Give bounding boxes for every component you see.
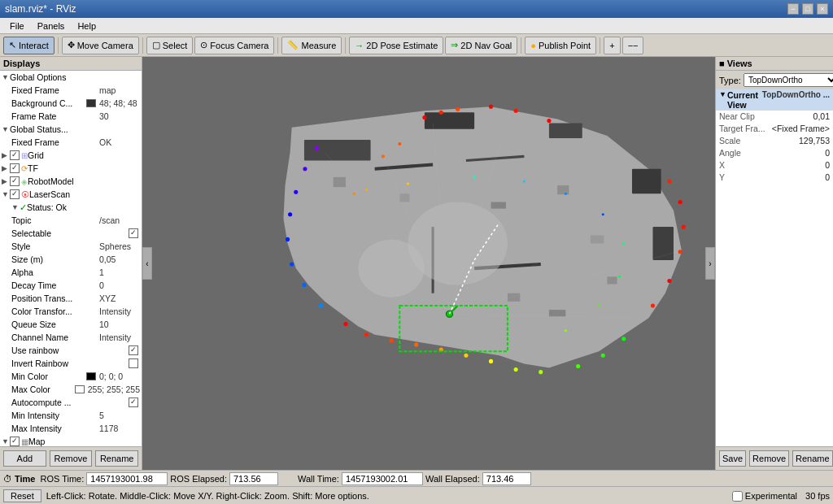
frame-rate-row[interactable]: Frame Rate 30 xyxy=(0,110,142,123)
svg-point-25 xyxy=(514,109,518,113)
fixed-frame-status-row[interactable]: Fixed Frame OK xyxy=(0,136,142,149)
laserscan-row[interactable]: ▼ ⦿ LaserScan xyxy=(0,188,142,201)
rename-display-button[interactable]: Rename xyxy=(95,450,138,467)
close-button[interactable]: × xyxy=(817,3,828,15)
maximize-button[interactable]: □ xyxy=(802,3,813,15)
rename-view-button[interactable]: Rename xyxy=(792,450,833,467)
fps-display: 30 fps xyxy=(805,491,830,501)
global-status-row[interactable]: ▼ Global Status... xyxy=(0,123,142,136)
svg-point-48 xyxy=(286,237,290,241)
tf-checkbox[interactable] xyxy=(10,163,20,173)
viewport[interactable]: ‹ › xyxy=(142,57,715,470)
menu-help[interactable]: Help xyxy=(71,20,102,33)
style-row[interactable]: Style Spheres xyxy=(0,240,142,253)
svg-point-23 xyxy=(456,107,460,111)
add-button[interactable]: Add xyxy=(3,450,46,467)
selectable-checkbox[interactable] xyxy=(129,228,138,238)
measure-button[interactable]: 📏 Measure xyxy=(281,37,342,54)
views-type-select[interactable]: TopDownOrtho Orbit FPS ThirdPersonFollow… xyxy=(744,73,833,87)
global-options-row[interactable]: ▼ Global Options xyxy=(0,71,142,84)
save-view-button[interactable]: Save xyxy=(719,450,746,467)
map-row[interactable]: ▼ ▦ Map xyxy=(0,435,142,446)
svg-rect-11 xyxy=(334,177,346,187)
color-transform-row[interactable]: Color Transfor... Intensity xyxy=(0,305,142,318)
laserscan-status-row[interactable]: ▼ ✓ Status: Ok xyxy=(0,201,142,214)
robotmodel-row[interactable]: ▶ ◈ RobotModel xyxy=(0,175,142,188)
svg-point-45 xyxy=(319,303,323,307)
autocompute-row[interactable]: Autocompute ... xyxy=(0,396,142,409)
focus-camera-button[interactable]: ⊙ Focus Camera xyxy=(194,37,274,54)
svg-point-24 xyxy=(489,105,493,109)
grid-icon: ⊞ xyxy=(21,151,28,160)
tf-row[interactable]: ▶ ⟳ TF xyxy=(0,162,142,175)
toolbar-sep-2 xyxy=(142,37,143,54)
experimental-check: Experimental xyxy=(732,491,797,502)
laserscan-checkbox[interactable] xyxy=(10,189,20,199)
pose-estimate-button[interactable]: → 2D Pose Estimate xyxy=(349,37,443,54)
menu-panels[interactable]: Panels xyxy=(31,20,72,33)
select-button[interactable]: ▢ Select xyxy=(146,37,194,54)
autocompute-checkbox[interactable] xyxy=(129,398,138,407)
more-tools-button[interactable]: −− xyxy=(622,37,644,54)
svg-point-21 xyxy=(422,115,426,119)
svg-rect-4 xyxy=(549,124,582,138)
max-intensity-row[interactable]: Max Intensity 1178 xyxy=(0,422,142,435)
size-row[interactable]: Size (m) 0,05 xyxy=(0,253,142,266)
decay-time-row[interactable]: Decay Time 0 xyxy=(0,279,142,292)
title-bar: slam.rviz* - RViz − □ × xyxy=(0,0,833,18)
background-color-row[interactable]: Background C... 48; 48; 48 xyxy=(0,97,142,110)
experimental-checkbox[interactable] xyxy=(732,491,743,502)
grid-checkbox[interactable] xyxy=(10,150,20,160)
ros-time-input[interactable] xyxy=(86,472,168,485)
experimental-label: Experimental xyxy=(745,491,797,501)
wall-time-input[interactable] xyxy=(342,472,423,485)
map-checkbox[interactable] xyxy=(10,437,20,446)
svg-point-72 xyxy=(523,180,526,182)
extra-tool-button[interactable]: + xyxy=(604,37,620,54)
grid-row[interactable]: ▶ ⊞ Grid xyxy=(0,149,142,162)
remove-display-button[interactable]: Remove xyxy=(50,450,93,467)
svg-rect-14 xyxy=(557,185,569,194)
remove-view-button[interactable]: Remove xyxy=(749,450,789,467)
current-view-section[interactable]: ▼ Current View TopDownOrtho ... xyxy=(716,89,833,111)
fixed-frame-row[interactable]: Fixed Frame map xyxy=(0,84,142,97)
publish-point-button[interactable]: ● Publish Point xyxy=(525,37,596,54)
min-intensity-row[interactable]: Min Intensity 5 xyxy=(0,409,142,422)
invert-rainbow-row[interactable]: Invert Rainbow xyxy=(0,357,142,370)
plus-icon: + xyxy=(609,41,614,50)
nav-goal-button[interactable]: ⇒ 2D Nav Goal xyxy=(445,37,517,54)
min-color-row[interactable]: Min Color 0; 0; 0 xyxy=(0,370,142,383)
menu-file[interactable]: File xyxy=(3,20,31,33)
interact-button[interactable]: ↖ Interact xyxy=(3,37,55,54)
use-rainbow-row[interactable]: Use rainbow xyxy=(0,344,142,357)
position-transform-row[interactable]: Position Trans... XYZ xyxy=(0,292,142,305)
left-collapse-arrow[interactable]: ‹ xyxy=(142,247,152,280)
displays-tree[interactable]: ▼ Global Options Fixed Frame map Backgro… xyxy=(0,71,142,446)
reset-button[interactable]: Reset xyxy=(3,489,41,502)
angle-row: Angle 0 xyxy=(716,147,833,159)
move-camera-button[interactable]: ✥ Move Camera xyxy=(62,37,139,54)
svg-point-30 xyxy=(678,250,683,254)
expand-icon: ▼ xyxy=(719,90,727,110)
queue-size-row[interactable]: Queue Size 10 xyxy=(0,318,142,331)
use-rainbow-checkbox[interactable] xyxy=(129,345,138,355)
svg-point-47 xyxy=(290,262,294,266)
alpha-row[interactable]: Alpha 1 xyxy=(0,266,142,279)
robotmodel-checkbox[interactable] xyxy=(10,176,20,186)
channel-name-row[interactable]: Channel Name Intensity xyxy=(0,331,142,344)
max-color-row[interactable]: Max Color 255; 255; 255 xyxy=(0,383,142,396)
svg-point-78 xyxy=(565,329,567,332)
robotmodel-icon: ◈ xyxy=(21,177,28,186)
invert-rainbow-checkbox[interactable] xyxy=(129,358,138,368)
ros-elapsed-input[interactable] xyxy=(229,472,278,485)
selectable-row[interactable]: Selectable xyxy=(0,227,142,240)
svg-rect-17 xyxy=(549,310,565,316)
laserscan-topic-row[interactable]: Topic /scan xyxy=(0,214,142,227)
minimize-button[interactable]: − xyxy=(787,3,799,15)
svg-point-38 xyxy=(489,359,493,363)
svg-rect-12 xyxy=(399,193,409,202)
title-bar-text: slam.rviz* - RViz xyxy=(5,3,76,15)
wall-elapsed-input[interactable] xyxy=(482,472,531,485)
svg-point-33 xyxy=(621,337,626,341)
right-collapse-arrow[interactable]: › xyxy=(705,247,715,280)
